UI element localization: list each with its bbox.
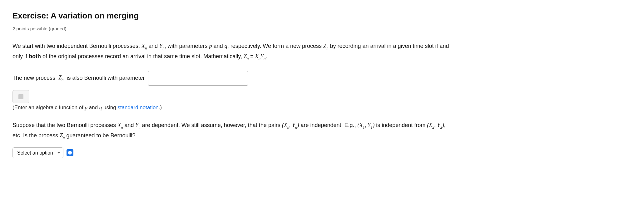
suppose-text6: guaranteed to be Bernoulli? [65,132,135,139]
select-row: Select an option Yes No [12,147,632,158]
problem-paragraph-1: We start with two independent Bernoulli … [12,41,450,62]
period: . [265,53,267,59]
suppose-yn: Yn [136,122,141,128]
suppose-and: and [123,122,136,128]
standard-notation-link[interactable]: standard notation [117,104,158,110]
bold-both: both [29,53,41,59]
hint-paragraph: (Enter an algebraic function of p and q … [12,103,632,112]
check-icon [18,94,24,100]
select-info-icon [67,149,73,156]
problem-text-before: We start with two independent Bernoulli … [12,43,141,49]
suppose-paragraph: Suppose that the two Bernoulli processes… [12,120,450,141]
and2: and [212,43,225,49]
hint-p: p [85,104,88,110]
check-button-row [12,90,632,103]
points-label: 2 points possible (graded) [12,25,632,33]
suppose-text1: Suppose that the two Bernoulli processes [12,122,117,128]
svg-rect-0 [18,94,23,99]
math-eq: Zn [244,53,249,59]
suppose-xn: Xn [117,122,123,128]
zn-math: Zn [323,43,328,49]
xn-math: Xn [141,43,147,49]
hint-using: using [102,104,117,110]
hint-end: .) [159,104,162,110]
check-button[interactable] [12,90,29,103]
and1: and [147,43,159,49]
answer-text-before: The new process [12,74,55,83]
yn-math: Yn [159,43,164,49]
eq-sign: = [249,53,255,59]
suppose-pair2: (X1, Y1) [358,122,375,128]
bernoulli-select[interactable]: Select an option Yes No [12,147,63,158]
answer-zn: Zn [58,73,63,83]
hint-and: and [87,104,99,110]
suppose-text3: are independent. E.g., [299,122,357,128]
suppose-text4: is independent from [374,122,427,128]
exercise-title: Exercise: A variation on merging [12,9,632,23]
text-rest: , respectively. We form a new process [227,43,323,49]
suppose-zn: Zn [60,132,65,139]
p-math: p [209,43,212,49]
text-rest3: of the original processes record an arri… [41,53,244,59]
yn2-math: Yn [260,53,265,59]
select-wrapper[interactable]: Select an option Yes No [12,147,63,158]
answer-text-after: is also Bernoulli with parameter [67,74,145,83]
suppose-pair3: (X2, Y2) [427,122,444,128]
answer-row: The new process Zn is also Bernoulli wit… [12,71,632,86]
suppose-text2: are dependent. We still assume, however,… [141,122,282,128]
q-math: q [225,43,227,49]
text-after-yn: , with parameters [165,43,209,49]
xn2-math: Xn [255,53,260,59]
info-svg [68,150,72,155]
parameter-input[interactable] [148,71,248,86]
hint-text-before: (Enter an algebraic function of [12,104,85,110]
suppose-pair1: (Xn, Yn) [282,122,299,128]
